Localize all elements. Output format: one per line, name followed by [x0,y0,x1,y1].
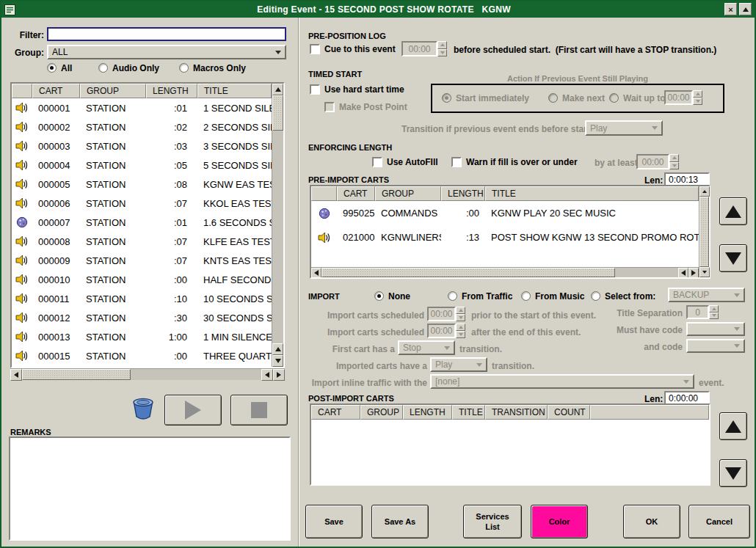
titlebar[interactable]: Editing Event - 15 SECOND POST SHOW ROTA… [1,1,755,18]
cart-row[interactable]: 000005STATION:08KGNW EAS TEST [12,175,272,194]
sched-prior-spinbox[interactable]: 00:00 [427,307,465,321]
radio-import-none[interactable]: None [374,291,410,302]
title-separation-spinbox[interactable]: 0 [686,305,719,319]
radio-wait-up-to[interactable]: Wait up to [609,92,666,103]
scroll-right-button[interactable] [273,369,285,381]
column-header-group[interactable]: GROUP [360,405,403,420]
play-button[interactable] [164,395,222,425]
column-header-icon[interactable] [12,84,32,98]
select-from-select[interactable]: BACKUP [668,288,745,302]
radio-from-traffic[interactable]: From Traffic [448,291,512,302]
spin-down-button[interactable] [693,98,702,105]
must-have-code-select[interactable] [686,322,745,336]
cart-row[interactable]: 000006STATION:07KKOL EAS TEST I [12,194,272,213]
filter-input[interactable] [47,27,286,41]
scroll-track[interactable] [131,369,261,380]
spin-down-button[interactable] [456,331,465,338]
spin-up-button[interactable] [669,154,679,162]
cart-row[interactable]: 000008STATION:07KLFE EAS TEST I [12,232,272,251]
radio-all[interactable]: All [47,62,72,73]
column-header-title[interactable]: TITLE [452,405,485,420]
scroll-thumb[interactable] [272,95,283,131]
scroll-left-button-2[interactable] [678,268,688,277]
warn-fill-checkbox[interactable]: Warn if fill is over or under [451,156,578,167]
cart-row[interactable]: 000007STATION:011.6 SECONDS SIL [12,213,272,232]
column-header-group[interactable]: GROUP [80,84,146,98]
by-at-least-spinbox[interactable]: 00:00 [636,154,679,169]
spin-up-button[interactable] [709,305,719,313]
sched-after-spinbox[interactable]: 00:00 [427,324,465,338]
cart-row[interactable]: 000012STATION:3030 SECONDS SIL [12,308,272,327]
spin-down-button[interactable] [456,314,465,321]
cart-row[interactable]: 000002STATION:022 SECONDS SILE [12,117,272,136]
post-import-move-down-button[interactable] [719,459,747,487]
cart-row[interactable]: 000011STATION:1010 SECONDS SIL [12,289,272,308]
and-code-select[interactable] [686,339,745,353]
column-header-cart[interactable]: CART [32,84,80,98]
column-header-length[interactable]: LENGTH [146,84,197,98]
post-import-move-up-button[interactable] [719,412,747,440]
services-list-button[interactable]: Services List [463,505,522,538]
cart-row[interactable]: 021000KGNWLINERS:13POST SHOW KGNW 13 SEC… [311,225,699,249]
column-header-cart[interactable]: CART [311,405,360,420]
cancel-button[interactable]: Cancel [688,505,750,538]
first-cart-transition-select[interactable]: Stop [398,340,455,355]
cart-row[interactable]: 000003STATION:033 SECONDS SILE [12,136,272,156]
column-header-title[interactable]: TITLE [197,84,272,98]
cart-row[interactable]: 000009STATION:07KNTS EAS TEST I [12,251,272,270]
cart-list-vscrollbar[interactable] [272,84,283,367]
spin-up-button[interactable] [456,307,465,314]
cart-row[interactable]: 000001STATION:011 SECOND SILEN [12,98,272,117]
use-autofill-checkbox[interactable]: Use AutoFIll [372,156,438,167]
close-button[interactable]: × [724,3,737,15]
scroll-thumb[interactable] [321,268,615,277]
make-post-point-checkbox[interactable]: Make Post Point [324,101,407,112]
scroll-track[interactable] [615,268,678,277]
scroll-left-button[interactable] [311,268,321,277]
scroll-left-button[interactable] [10,369,22,381]
wait-time-spinbox[interactable]: 00:00 [664,90,702,105]
spin-down-button[interactable] [437,49,447,57]
column-header-title[interactable]: TITLE [485,186,699,201]
spin-up-button[interactable] [456,324,465,331]
save-as-button[interactable]: Save As [371,505,429,538]
scroll-up-button[interactable] [699,186,710,197]
spin-down-button[interactable] [709,313,719,320]
radio-macros-only[interactable]: Macros Only [179,62,246,73]
cart-row[interactable]: 000013STATION1:001 MIN SILENCE [12,327,272,346]
group-select[interactable]: ALL [47,45,286,59]
column-header-length[interactable]: LENGTH [441,186,485,201]
cue-to-event-checkbox[interactable]: Cue to this event [310,43,396,54]
scroll-right-button[interactable] [688,268,699,277]
scroll-track[interactable] [272,131,283,343]
shade-button[interactable] [739,3,752,15]
scroll-left-button-2[interactable] [261,369,273,381]
inline-traffic-select[interactable]: [none] [430,374,694,389]
color-button[interactable]: Color [531,505,588,538]
ok-button[interactable]: OK [623,505,680,538]
scroll-up-button-2[interactable] [272,343,283,355]
column-header-group[interactable]: GROUP [375,186,441,201]
column-header-icon[interactable] [311,186,337,201]
cart-row[interactable]: 995025COMMANDS:00KGNW PLAY 20 SEC MUSIC [311,201,699,225]
radio-select-from[interactable]: Select from: [591,291,655,302]
hard-start-checkbox[interactable]: Use hard start time [310,84,404,95]
scroll-thumb[interactable] [699,197,709,267]
radio-audio-only[interactable]: Audio Only [98,62,159,73]
remarks-input[interactable] [9,436,291,541]
cart-list-hscrollbar[interactable] [10,368,285,380]
scroll-down-button[interactable] [272,355,283,367]
radio-make-next[interactable]: Make next [548,92,605,103]
stop-button[interactable] [230,395,288,425]
radio-from-music[interactable]: From Music [521,291,584,302]
save-button[interactable]: Save [305,505,363,538]
spin-up-button[interactable] [693,90,702,98]
pre-import-vscrollbar[interactable] [699,186,709,277]
column-header-transition[interactable]: TRANSITION [485,405,548,420]
pre-import-move-up-button[interactable] [719,197,747,225]
column-header-length[interactable]: LENGTH [403,405,452,420]
scroll-thumb[interactable] [22,369,131,380]
cart-row[interactable]: 000010STATION:00HALF SECOND O [12,270,272,289]
spin-up-button[interactable] [437,41,447,49]
cue-time-spinbox[interactable]: 00:00 [401,41,447,56]
